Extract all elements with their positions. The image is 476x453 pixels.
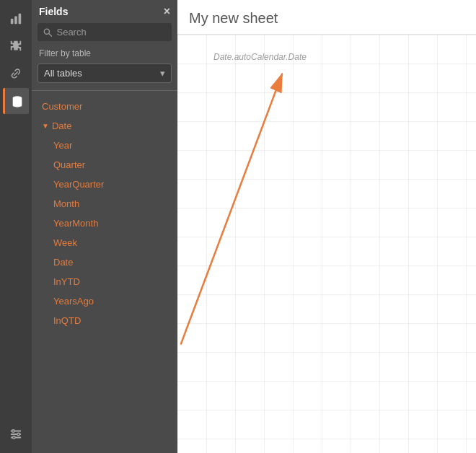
search-input[interactable] — [56, 27, 166, 38]
field-yearsago[interactable]: YearsAgo — [32, 291, 177, 311]
svg-line-13 — [181, 74, 282, 343]
field-quarter[interactable]: Quarter — [32, 155, 177, 175]
field-date[interactable]: Date — [32, 252, 177, 272]
field-inytd[interactable]: InYTD — [32, 272, 177, 291]
field-month[interactable]: Month — [32, 194, 177, 214]
drag-arrow — [177, 35, 476, 453]
fields-panel: Fields × Filter by table All tables ▾ Cu… — [32, 0, 177, 453]
close-button[interactable]: × — [164, 6, 170, 17]
field-yearmonth[interactable]: YearMonth — [32, 214, 177, 233]
field-date-group[interactable]: ▼ Date — [32, 116, 177, 136]
svg-line-11 — [49, 33, 52, 36]
main-area: My new sheet Date.autoCalendar.Date — [177, 0, 476, 453]
settings-icon[interactable] — [3, 421, 29, 447]
svg-point-10 — [44, 29, 49, 34]
sheet-title: My new sheet — [177, 0, 476, 35]
svg-rect-2 — [19, 14, 22, 24]
svg-point-8 — [17, 433, 20, 436]
svg-point-9 — [13, 436, 16, 439]
chart-icon[interactable] — [3, 6, 29, 32]
search-box[interactable] — [38, 23, 172, 41]
fields-panel-header: Fields × — [32, 0, 177, 23]
link-icon[interactable] — [3, 61, 29, 87]
field-year[interactable]: Year — [32, 136, 177, 155]
table-select-value: All tables — [44, 68, 82, 79]
field-date-label: Date — [52, 120, 71, 131]
fields-title: Fields — [39, 6, 68, 17]
chevron-down-icon: ▾ — [160, 68, 165, 79]
search-icon — [43, 27, 52, 38]
field-customer[interactable]: Customer — [32, 97, 177, 116]
svg-rect-1 — [14, 16, 17, 24]
field-inqtd[interactable]: InQTD — [32, 311, 177, 330]
database-icon[interactable] — [3, 88, 29, 114]
field-week[interactable]: Week — [32, 233, 177, 252]
annotation-label: Date.autoCalendar.Date — [213, 52, 307, 62]
table-select[interactable]: All tables ▾ — [38, 63, 172, 83]
svg-point-7 — [12, 430, 15, 433]
filter-label: Filter by table — [32, 45, 177, 61]
svg-rect-0 — [11, 19, 14, 24]
field-yearquarter[interactable]: YearQuarter — [32, 175, 177, 194]
sheet-canvas[interactable]: Date.autoCalendar.Date — [177, 35, 476, 453]
fields-list: Customer ▼ Date Year Quarter YearQuarter… — [32, 94, 177, 453]
divider — [32, 90, 177, 91]
icon-rail — [0, 0, 32, 453]
puzzle-icon[interactable] — [3, 33, 29, 59]
chevron-icon: ▼ — [42, 122, 49, 130]
